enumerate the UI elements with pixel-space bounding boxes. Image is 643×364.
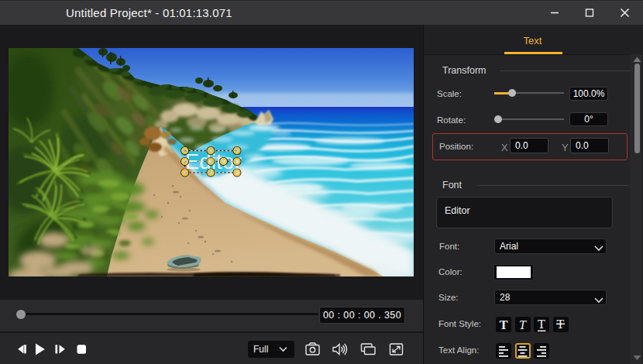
svg-text:T: T: [500, 318, 508, 331]
svg-text:T: T: [519, 318, 527, 331]
svg-text:T: T: [538, 318, 545, 331]
